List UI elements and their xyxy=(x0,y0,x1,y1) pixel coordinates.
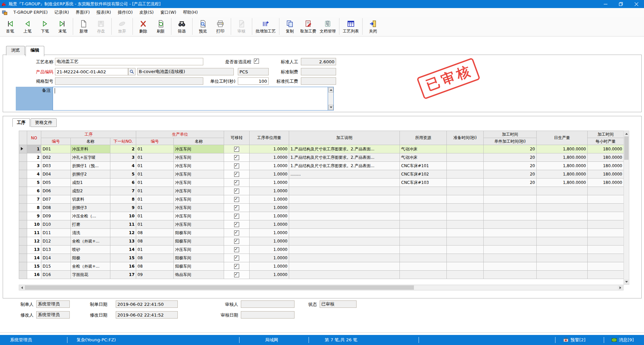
cell-process-desc[interactable]: 1.产品结构及尺寸依工序图要求。2.产品表面... xyxy=(289,162,400,170)
cell-usage[interactable]: 1.0000 xyxy=(250,195,289,204)
cell-unit-code[interactable]: 01 xyxy=(136,153,174,162)
cell-process-desc[interactable] xyxy=(289,237,400,246)
cell-prep-time[interactable] xyxy=(447,271,484,279)
cell-prep-time[interactable] xyxy=(447,145,484,153)
cell-resource[interactable] xyxy=(400,237,447,246)
cell-next-no[interactable]: 15 xyxy=(110,254,136,262)
table-row[interactable]: 10D10打磨1101冲压车间✓1.0000 xyxy=(19,220,624,229)
header-prep-time[interactable]: 准备时间(秒) xyxy=(447,131,484,145)
cell-daily-output[interactable] xyxy=(537,229,588,237)
cell-hourly-output[interactable] xyxy=(588,220,624,229)
cell-process-desc[interactable] xyxy=(289,187,400,195)
cell-daily-output[interactable] xyxy=(537,187,588,195)
cell-usage[interactable]: 1.0000 xyxy=(250,212,289,220)
cell-hourly-output[interactable] xyxy=(588,237,624,246)
cell-next-no[interactable]: 8 xyxy=(110,195,136,204)
cell-unit-name[interactable]: 冲压车间 xyxy=(174,145,224,153)
toolbar-button-末笔[interactable]: 末笔 xyxy=(54,17,71,36)
header-op-name[interactable]: 名称 xyxy=(71,138,110,145)
cell-movable-checkbox[interactable]: ✓ xyxy=(224,246,250,254)
cell-op-name[interactable]: 切废料 xyxy=(71,195,110,204)
cell-op-name[interactable]: 成型1 xyxy=(71,179,110,187)
header-unit-group[interactable]: 生产单位 xyxy=(136,131,224,138)
row-selector[interactable] xyxy=(19,229,27,237)
checkbox-checked[interactable]: ✓ xyxy=(234,264,239,269)
cell-daily-output[interactable] xyxy=(537,237,588,246)
cell-no[interactable]: 4 xyxy=(27,170,41,179)
menu-item-1[interactable]: 记录(R) xyxy=(51,10,72,15)
header-resource[interactable]: 所用资源 xyxy=(400,131,447,145)
cell-hourly-output[interactable] xyxy=(588,246,624,254)
cell-unit-name[interactable]: 饰品车间 xyxy=(174,271,224,279)
row-selector[interactable] xyxy=(19,220,27,229)
checkbox-checked[interactable]: ✓ xyxy=(234,214,239,219)
cell-no[interactable]: 9 xyxy=(27,212,41,220)
cell-hourly-output[interactable] xyxy=(588,204,624,212)
cell-op-code[interactable]: D07 xyxy=(41,195,71,204)
row-selector[interactable] xyxy=(19,179,27,187)
checkbox-checked[interactable]: ✓ xyxy=(234,172,239,177)
cell-unit-time[interactable] xyxy=(484,262,537,271)
cell-resource[interactable] xyxy=(400,212,447,220)
window-restore-button[interactable] xyxy=(613,0,629,8)
cell-prep-time[interactable] xyxy=(447,187,484,195)
cell-resource[interactable] xyxy=(400,262,447,271)
cell-unit-code[interactable]: 01 xyxy=(136,246,174,254)
cell-prep-time[interactable] xyxy=(447,204,484,212)
checkbox-checked[interactable]: ✓ xyxy=(234,239,239,244)
cell-op-name[interactable]: 全检（外观+... xyxy=(71,262,110,271)
cell-prep-time[interactable] xyxy=(447,195,484,204)
cell-next-no[interactable]: 17 xyxy=(110,271,136,279)
cell-prep-time[interactable] xyxy=(447,246,484,254)
cell-resource[interactable] xyxy=(400,229,447,237)
checkbox-checked[interactable]: ✓ xyxy=(234,256,239,261)
menu-item-3[interactable]: 报表(R) xyxy=(93,10,114,15)
toolbar-button-复制[interactable]: 复制 xyxy=(281,17,299,36)
cell-process-desc[interactable] xyxy=(289,254,400,262)
cell-prep-time[interactable] xyxy=(447,229,484,237)
cell-process-desc[interactable] xyxy=(289,220,400,229)
cell-unit-time[interactable]: 20 xyxy=(484,179,537,187)
cell-op-code[interactable]: D02 xyxy=(41,153,71,162)
cell-unit-code[interactable]: 01 xyxy=(136,187,174,195)
toolbar-button-关闭[interactable]: 关闭 xyxy=(364,17,382,36)
header-usage[interactable]: 工序单位用量 xyxy=(250,131,289,145)
cell-op-name[interactable]: 清洗 xyxy=(71,229,110,237)
cell-unit-code[interactable]: 01 xyxy=(136,145,174,153)
checkbox-checked[interactable]: ✓ xyxy=(234,155,239,160)
cell-movable-checkbox[interactable]: ✓ xyxy=(224,237,250,246)
cell-unit-name[interactable]: 冲压车间 xyxy=(174,153,224,162)
cell-hourly-output[interactable] xyxy=(588,187,624,195)
cell-hourly-output[interactable]: 180.0000 xyxy=(588,179,624,187)
cell-movable-checkbox[interactable]: ✓ xyxy=(224,170,250,179)
row-selector[interactable] xyxy=(19,254,27,262)
cell-process-desc[interactable]: 1.产品结构及尺寸依工序图要求。2.产品表面... xyxy=(289,153,400,162)
toolbar-button-筛选[interactable]: 筛选 xyxy=(173,17,191,36)
cell-usage[interactable]: 1.0000 xyxy=(250,246,289,254)
cell-unit-time[interactable] xyxy=(484,195,537,204)
row-selector[interactable] xyxy=(19,212,27,220)
cell-movable-checkbox[interactable]: ✓ xyxy=(224,220,250,229)
scroll-up-arrow[interactable] xyxy=(624,131,629,136)
cell-prep-time[interactable] xyxy=(447,179,484,187)
cell-unit-code[interactable]: 01 xyxy=(136,195,174,204)
cell-process-desc[interactable] xyxy=(289,212,400,220)
toolbar-button-下笔[interactable]: 下笔 xyxy=(36,17,54,36)
remark-textarea[interactable] xyxy=(53,87,334,111)
checkbox-checked[interactable]: ✓ xyxy=(234,163,239,168)
row-selector[interactable] xyxy=(19,195,27,204)
menu-item-6[interactable]: 窗口(W) xyxy=(157,10,179,15)
cell-unit-time[interactable] xyxy=(484,187,537,195)
header-unit-name[interactable]: 名称 xyxy=(174,138,224,145)
cell-op-code[interactable]: D01 xyxy=(41,145,71,153)
cell-daily-output[interactable] xyxy=(537,204,588,212)
toolbar-button-刷新[interactable]: 刷新 xyxy=(152,17,169,36)
cell-no[interactable]: 11 xyxy=(27,229,41,237)
cell-op-code[interactable]: D04 xyxy=(41,170,71,179)
cell-usage[interactable]: 1.0000 xyxy=(250,220,289,229)
cell-hourly-output[interactable] xyxy=(588,229,624,237)
cell-unit-time[interactable]: 20 xyxy=(484,170,537,179)
cell-daily-output[interactable]: 1,800.0000 xyxy=(537,145,588,153)
cell-next-no[interactable]: 13 xyxy=(110,237,136,246)
cell-next-no[interactable]: 7 xyxy=(110,187,136,195)
